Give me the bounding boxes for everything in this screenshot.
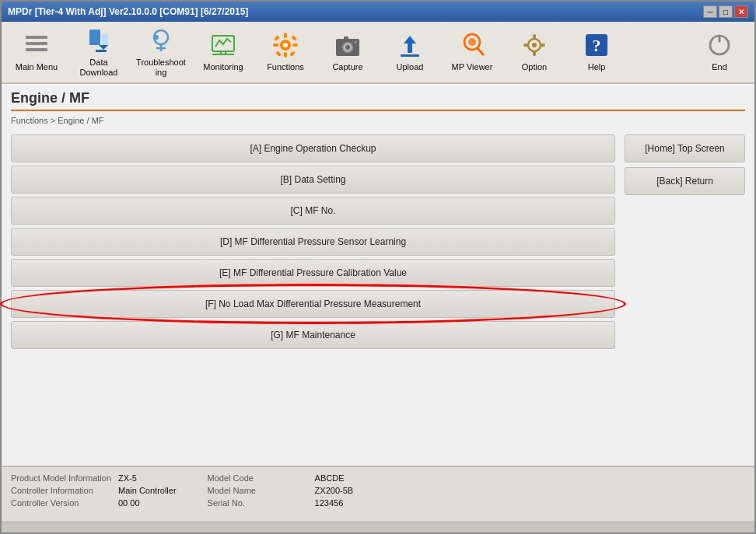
side-panel: [Home] Top Screen [Back] Return [625, 134, 745, 459]
status-row-model-code: Model Code ABCDE [208, 473, 354, 483]
controller-info-label: Controller Information [11, 486, 112, 495]
window-title: MPDr [Tier-4 With Adj] Ver2.10.0.0 [COM9… [8, 6, 248, 17]
svg-rect-18 [284, 52, 287, 58]
menu-btn-D[interactable]: [D] MF Differential Pressure Sensor Lear… [11, 228, 615, 256]
status-left-column: Product Model Information ZX-5 Controlle… [11, 473, 177, 508]
svg-rect-17 [284, 33, 287, 38]
model-code-value: ABCDE [315, 473, 345, 483]
status-bar: Product Model Information ZX-5 Controlle… [2, 466, 754, 522]
svg-point-28 [345, 45, 350, 50]
svg-rect-1 [26, 42, 47, 45]
status-right-column: Model Code ABCDE Model Name ZX200-5B Ser… [208, 473, 354, 508]
toolbar-btn-option[interactable]: Option [504, 26, 565, 79]
svg-rect-29 [344, 37, 348, 40]
minimize-button[interactable]: ─ [703, 5, 717, 18]
menu-btn-B[interactable]: [B] Data Setting [11, 166, 615, 194]
toolbar-btn-help[interactable]: ? Help [566, 26, 627, 79]
svg-rect-2 [26, 48, 47, 51]
svg-text:?: ? [593, 36, 601, 55]
page-title: Engine / MF [11, 90, 745, 111]
svg-rect-33 [401, 54, 419, 57]
back-return-button[interactable]: [Back] Return [625, 167, 745, 195]
status-row-controller-info: Controller Information Main Controller [11, 486, 177, 495]
help-label: Help [588, 62, 606, 72]
capture-icon [332, 31, 363, 59]
data-download-icon [83, 26, 114, 54]
product-model-label: Product Model Information [11, 473, 112, 483]
serial-no-label: Serial No. [208, 498, 309, 508]
toolbar-btn-mp-viewer[interactable]: MP Viewer [442, 26, 502, 79]
main-layout: [A] Engine Operation Checkup [B] Data Se… [11, 134, 745, 459]
svg-line-36 [478, 48, 483, 54]
toolbar: Main Menu DataDownload [2, 22, 754, 84]
main-menu-label: Main Menu [16, 62, 58, 72]
toolbar-btn-functions[interactable]: Functions [255, 26, 316, 79]
monitoring-icon [208, 31, 239, 59]
toolbar-btn-main-menu[interactable]: Main Menu [6, 26, 67, 79]
svg-rect-19 [273, 44, 278, 47]
troubleshoot-icon [145, 26, 177, 54]
home-screen-button[interactable]: [Home] Top Screen [625, 134, 745, 162]
menu-btn-A[interactable]: [A] Engine Operation Checkup [11, 134, 615, 162]
functions-icon [270, 31, 301, 59]
toolbar-btn-troubleshoot[interactable]: Troubleshooting [131, 26, 191, 79]
breadcrumb: Functions > Engine / MF [11, 116, 745, 125]
product-model-value: ZX-5 [118, 473, 137, 483]
svg-rect-32 [408, 44, 412, 53]
menu-btn-G[interactable]: [G] MF Maintenance [11, 321, 615, 349]
svg-rect-21 [274, 36, 280, 42]
option-label: Option [522, 62, 547, 72]
svg-point-38 [532, 43, 537, 47]
status-row-product-model: Product Model Information ZX-5 [11, 473, 177, 483]
svg-point-35 [468, 38, 476, 46]
svg-point-10 [154, 35, 159, 40]
monitoring-label: Monitoring [203, 62, 243, 72]
end-label: End [712, 62, 727, 72]
menu-btn-E[interactable]: [E] MF Differential Pressure Calibration… [11, 259, 615, 287]
svg-marker-31 [404, 36, 416, 44]
scrollbar[interactable] [2, 522, 754, 532]
svg-rect-40 [533, 51, 536, 56]
svg-rect-22 [291, 36, 297, 42]
svg-rect-41 [523, 44, 528, 47]
option-icon [519, 31, 550, 59]
controller-version-value: 00 00 [118, 498, 140, 508]
data-download-label: DataDownload [80, 58, 118, 78]
title-bar: MPDr [Tier-4 With Adj] Ver2.10.0.0 [COM9… [2, 2, 754, 22]
model-code-label: Model Code [208, 473, 309, 483]
controller-info-value: Main Controller [118, 486, 177, 495]
toolbar-btn-upload[interactable]: Upload [380, 26, 440, 79]
serial-no-value: 123456 [315, 498, 344, 508]
maximize-button[interactable]: □ [719, 5, 733, 18]
upload-label: Upload [397, 62, 424, 72]
toolbar-btn-monitoring[interactable]: Monitoring [193, 26, 254, 79]
mp-viewer-icon [457, 31, 488, 59]
svg-rect-6 [96, 50, 107, 52]
close-button[interactable]: ✕ [734, 5, 748, 18]
title-bar-buttons: ─ □ ✕ [703, 5, 748, 18]
svg-rect-23 [275, 51, 282, 58]
svg-rect-3 [89, 30, 100, 45]
svg-rect-42 [541, 44, 545, 47]
toolbar-btn-end[interactable]: End [689, 26, 750, 79]
toolbar-btn-capture[interactable]: Capture [317, 26, 378, 79]
toolbar-btn-data-download[interactable]: DataDownload [68, 26, 129, 79]
model-name-value: ZX200-5B [315, 486, 354, 495]
svg-rect-30 [354, 41, 357, 44]
capture-label: Capture [332, 62, 362, 72]
svg-rect-20 [292, 44, 298, 47]
menu-panel: [A] Engine Operation Checkup [B] Data Se… [11, 134, 615, 459]
main-window: MPDr [Tier-4 With Adj] Ver2.10.0.0 [COM9… [0, 0, 756, 534]
end-icon [704, 31, 735, 59]
status-row-serial-no: Serial No. 123456 [208, 498, 354, 508]
controller-version-label: Controller Version [11, 498, 112, 508]
menu-btn-F[interactable]: [F] No Load Max Differential Pressure Me… [11, 290, 615, 318]
upload-icon [394, 31, 425, 59]
functions-label: Functions [267, 62, 304, 72]
main-menu-icon [21, 31, 52, 59]
svg-marker-5 [99, 45, 108, 50]
menu-btn-C[interactable]: [C] MF No. [11, 197, 615, 225]
model-name-label: Model Name [208, 486, 309, 495]
svg-rect-4 [102, 34, 108, 47]
mp-viewer-label: MP Viewer [452, 62, 493, 72]
